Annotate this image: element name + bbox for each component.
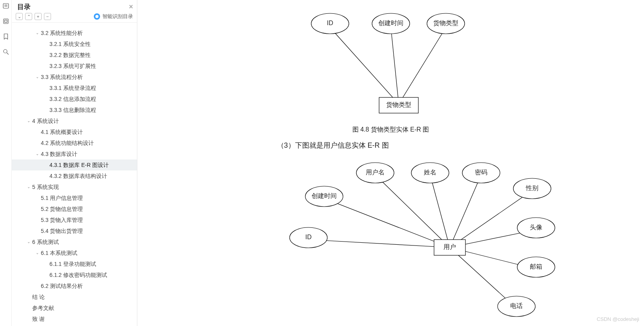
chevron-down-icon[interactable]: ⌄ <box>35 29 40 37</box>
er-attr: 姓名 <box>424 169 436 176</box>
er-attr: 头像 <box>530 224 542 231</box>
chevron-down-icon[interactable]: ⌄ <box>26 183 31 191</box>
toc-tool-0[interactable]: ⌄ <box>16 13 23 20</box>
toc-item-label: 6.1 本系统测试 <box>41 249 77 257</box>
toc-item[interactable]: 3.2.1 系统安全性 <box>12 38 137 49</box>
toc-item[interactable] <box>12 24 137 27</box>
bookmark-icon[interactable] <box>2 33 9 41</box>
toc-item-label: 4.2 系统功能结构设计 <box>41 139 94 147</box>
toc-item-label: 4.1 系统概要设计 <box>41 128 83 136</box>
toc-item-label: 3.2.2 数据完整性 <box>49 51 91 59</box>
er-diagram-user: 用户名 姓名 密码 性别 创建时间 头像 ID 邮箱 电话 用户 <box>257 155 571 320</box>
toc-item[interactable]: 参考文献 <box>12 302 137 313</box>
toc-item-label: 3.2.3 系统可扩展性 <box>49 62 96 70</box>
er-attr: 性别 <box>525 185 538 191</box>
er-diagram-goods-type: ID 创建时间 货物类型 货物类型 <box>301 4 497 118</box>
toc-item-label: 5.4 货物出货管理 <box>41 227 83 235</box>
svg-line-9 <box>399 27 446 104</box>
svg-line-20 <box>308 240 450 247</box>
toc-item[interactable]: 5.2 货物信息管理 <box>12 203 137 214</box>
svg-line-18 <box>324 198 450 247</box>
chevron-down-icon[interactable]: ⌄ <box>26 117 31 125</box>
ai-toc-button[interactable]: 智能识别目录 <box>94 13 133 20</box>
toc-item[interactable]: 5.1 用户信息管理 <box>12 192 137 203</box>
watermark: CSDN @codesheji <box>597 316 639 322</box>
svg-line-15 <box>430 175 450 247</box>
toc-list[interactable]: ⌄3.2 系统性能分析3.2.1 系统安全性3.2.2 数据完整性3.2.3 系… <box>12 22 137 326</box>
er-attr: 密码 <box>475 169 487 176</box>
toc-item[interactable]: 5.3 货物入库管理 <box>12 214 137 225</box>
toc-item[interactable]: 3.3.1 系统登录流程 <box>12 82 137 93</box>
close-icon[interactable]: × <box>129 3 133 11</box>
toc-title: 目录 <box>17 2 31 11</box>
toc-tool-3[interactable]: − <box>44 13 51 20</box>
toc-item-label: 3.3.2 信息添加流程 <box>49 95 96 103</box>
chevron-down-icon[interactable]: ⌄ <box>35 73 40 81</box>
svg-line-8 <box>391 27 399 104</box>
toc-item-label: 3.3.1 系统登录流程 <box>49 84 96 92</box>
chevron-down-icon[interactable]: ⌄ <box>26 238 31 246</box>
list-icon[interactable] <box>2 2 9 11</box>
document-viewport[interactable]: ID 创建时间 货物类型 货物类型 图 4.8 货物类型实体 E-R 图 （3）… <box>137 0 644 326</box>
toc-item-label: 4 系统设计 <box>32 117 59 125</box>
figure-caption: 图 4.8 货物类型实体 E-R 图 <box>210 126 571 134</box>
toc-item[interactable]: 4.2 系统功能结构设计 <box>12 137 137 148</box>
toc-item[interactable]: ⌄3.2 系统性能分析 <box>12 27 137 38</box>
toc-item-label: 5 系统实现 <box>32 183 59 191</box>
toc-item-label: 6.2 测试结果分析 <box>41 282 83 290</box>
toc-item[interactable]: ⌄4.3 数据库设计 <box>12 148 137 159</box>
toc-item[interactable]: 6.1.1 登录功能测试 <box>12 258 137 269</box>
toc-item[interactable]: 4.3.1 数据库 E-R 图设计 <box>12 159 137 170</box>
search-icon[interactable] <box>2 48 9 57</box>
toc-item[interactable]: 致 谢 <box>12 313 137 324</box>
left-rail <box>0 0 12 326</box>
toc-item[interactable]: ⌄5 系统实现 <box>12 181 137 192</box>
toc-item[interactable]: 3.2.3 系统可扩展性 <box>12 60 137 71</box>
toc-item-label: 5.3 货物入库管理 <box>41 216 83 224</box>
toc-tool-2[interactable]: + <box>35 13 42 20</box>
er-attr: 创建时间 <box>312 192 337 199</box>
toc-item[interactable]: 6.2 测试结果分析 <box>12 280 137 291</box>
toc-item-label: 参考文献 <box>32 304 54 312</box>
ai-icon <box>94 13 100 20</box>
toc-item-label: 3.2 系统性能分析 <box>41 29 83 37</box>
chevron-down-icon[interactable]: ⌄ <box>35 150 40 158</box>
er-attr: 电话 <box>510 302 523 309</box>
er-attr: 创建时间 <box>378 20 403 26</box>
toc-item[interactable]: 4.3.2 数据库表结构设计 <box>12 170 137 181</box>
chevron-down-icon[interactable]: ⌄ <box>35 249 40 257</box>
toc-header: 目录 × <box>12 0 137 13</box>
er-entity: 货物类型 <box>386 101 411 108</box>
svg-line-7 <box>330 27 399 104</box>
toc-item[interactable]: 5.4 货物出货管理 <box>12 225 137 236</box>
toc-item-label: 结 论 <box>32 293 45 301</box>
toc-item[interactable]: ⌄3.3 系统流程分析 <box>12 71 137 82</box>
toc-item[interactable]: ⌄6 系统测试 <box>12 236 137 247</box>
toc-item[interactable]: ⌄6.1 本系统测试 <box>12 247 137 258</box>
toc-item-label: 4.3.2 数据库表结构设计 <box>49 172 107 180</box>
svg-rect-3 <box>4 19 8 24</box>
svg-rect-4 <box>5 20 7 22</box>
paragraph: （3）下图就是用户信息实体 E-R 图 <box>277 141 389 150</box>
view-icon[interactable] <box>2 18 9 26</box>
er-attr: 用户名 <box>366 169 385 176</box>
toc-item[interactable]: 3.3.3 信息删除流程 <box>12 104 137 115</box>
toc-tool-1[interactable]: ⌃ <box>25 13 32 20</box>
toc-item-label: 4.3.1 数据库 E-R 图设计 <box>49 161 109 169</box>
toc-item[interactable]: 3.3.2 信息添加流程 <box>12 93 137 104</box>
toc-item-label: 6.1.1 登录功能测试 <box>49 260 96 268</box>
toc-panel: 目录 × ⌄⌃+− 智能识别目录 ⌄3.2 系统性能分析3.2.1 系统安全性3… <box>12 0 137 326</box>
toc-item[interactable]: 结 论 <box>12 291 137 302</box>
toc-item[interactable]: 6.1.2 修改密码功能测试 <box>12 269 137 280</box>
document-page: ID 创建时间 货物类型 货物类型 图 4.8 货物类型实体 E-R 图 （3）… <box>210 0 571 326</box>
svg-rect-0 <box>3 4 9 8</box>
er-attr: 邮箱 <box>530 263 542 270</box>
er-entity: 用户 <box>443 244 456 250</box>
toc-item[interactable]: 4.1 系统概要设计 <box>12 126 137 137</box>
toc-toolbar: ⌄⌃+− 智能识别目录 <box>12 13 137 22</box>
toc-item-label: 6.1.2 修改密码功能测试 <box>49 271 107 279</box>
toc-item[interactable]: ⌄4 系统设计 <box>12 115 137 126</box>
svg-point-5 <box>4 49 7 53</box>
toc-item[interactable]: 3.2.2 数据完整性 <box>12 49 137 60</box>
toc-item-label: 6 系统测试 <box>32 238 59 246</box>
